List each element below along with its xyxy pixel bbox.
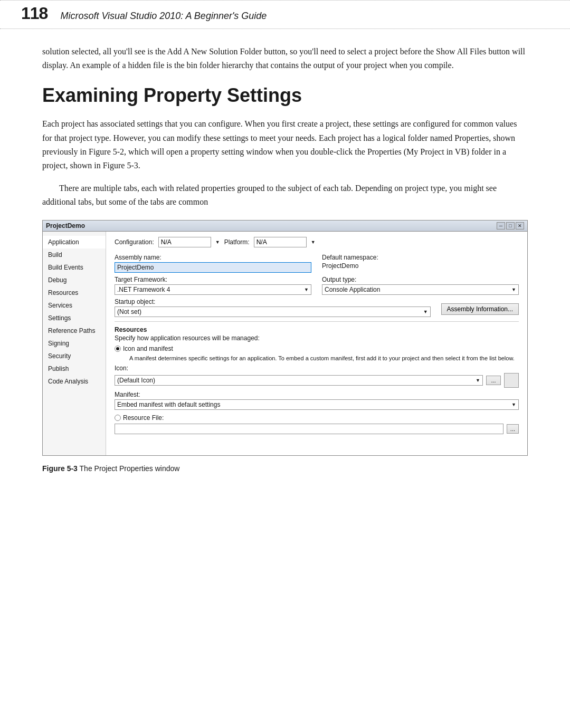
startup-object-select[interactable]: (Not set) ▼ <box>115 306 431 317</box>
vs-window: ProjectDemo ─ □ ✕ Application Build Buil… <box>42 220 528 456</box>
figure-label: Figure 5-3 <box>42 464 78 473</box>
intro-paragraph: solution selected, all you'll see is the… <box>42 45 528 72</box>
assembly-info-button[interactable]: Assembly Information... <box>441 303 519 315</box>
configuration-label: Configuration: <box>115 238 154 246</box>
target-framework-select[interactable]: .NET Framework 4 ▼ <box>115 284 311 295</box>
resource-file-row: ... <box>115 424 519 434</box>
framework-output-row: Target Framework: .NET Framework 4 ▼ Out… <box>115 276 519 295</box>
sidebar-item-application[interactable]: Application <box>43 236 106 248</box>
manifest-note: A manifest determines specific settings … <box>115 355 519 362</box>
platform-dropdown-arrow[interactable]: ▼ <box>311 240 316 245</box>
radio-resource-file-label: Resource File: <box>123 414 164 422</box>
configuration-input[interactable] <box>158 237 211 247</box>
output-type-select[interactable]: Console Application ▼ <box>322 284 519 295</box>
platform-input[interactable] <box>254 237 307 247</box>
figure-text: The Project Properties window <box>80 464 180 473</box>
startup-row: Startup object: (Not set) ▼ Assembly Inf… <box>115 298 519 317</box>
manifest-select-value: Embed manifest with default settings <box>117 401 220 408</box>
icon-label-row: Icon: (Default Icon) ▼ ... <box>115 365 519 388</box>
sidebar-item-security[interactable]: Security <box>43 350 106 362</box>
manifest-select-arrow: ▼ <box>511 402 516 407</box>
output-type-arrow: ▼ <box>511 287 516 292</box>
icon-browse-button[interactable]: ... <box>486 376 501 385</box>
output-type-label: Output type: <box>322 276 519 283</box>
sidebar-item-signing[interactable]: Signing <box>43 337 106 350</box>
sidebar-item-publish[interactable]: Publish <box>43 362 106 375</box>
icon-select-arrow: ▼ <box>476 378 480 383</box>
body-paragraph-2: There are multiple tabs, each with relat… <box>42 181 528 209</box>
sidebar-item-resources[interactable]: Resources <box>43 286 106 299</box>
page-number: 118 <box>21 4 48 23</box>
config-bar: Configuration: ▼ Platform: ▼ <box>115 237 519 247</box>
sidebar-item-build[interactable]: Build <box>43 248 106 261</box>
assembly-name-col: Assembly name: <box>115 254 311 273</box>
vs-titlebar-controls: ─ □ ✕ <box>497 222 524 229</box>
startup-object-value: (Not set) <box>117 308 141 315</box>
sidebar-item-code-analysis[interactable]: Code Analysis <box>43 375 106 388</box>
sidebar-item-debug[interactable]: Debug <box>43 274 106 286</box>
config-dropdown-arrow[interactable]: ▼ <box>215 240 220 245</box>
vs-main-panel: Configuration: ▼ Platform: ▼ Assembly na… <box>106 232 527 455</box>
vs-window-body: Application Build Build Events Debug Res… <box>43 232 527 455</box>
vs-titlebar: ProjectDemo ─ □ ✕ <box>43 221 527 232</box>
icon-label: Icon: <box>115 365 519 372</box>
manifest-label: Manifest: <box>115 391 519 398</box>
page-title-header: Microsoft Visual Studio 2010: A Beginner… <box>60 11 267 22</box>
target-framework-label: Target Framework: <box>115 276 311 283</box>
startup-object-col: Startup object: (Not set) ▼ <box>115 298 431 317</box>
resource-file-browse-button[interactable]: ... <box>507 424 519 434</box>
icon-preview <box>504 373 519 388</box>
close-button[interactable]: ✕ <box>516 222 524 229</box>
page-header: 118 Microsoft Visual Studio 2010: A Begi… <box>0 0 570 29</box>
default-namespace-value: ProjectDemo <box>322 262 519 270</box>
output-type-col: Output type: Console Application ▼ <box>322 276 519 295</box>
sidebar-item-reference-paths[interactable]: Reference Paths <box>43 324 106 337</box>
resource-file-input[interactable] <box>115 424 504 434</box>
startup-object-label: Startup object: <box>115 298 431 305</box>
icon-select[interactable]: (Default Icon) ▼ <box>115 375 483 386</box>
assembly-namespace-row: Assembly name: Default namespace: Projec… <box>115 254 519 273</box>
content-area: solution selected, all you'll see is the… <box>0 29 570 494</box>
default-namespace-col: Default namespace: ProjectDemo <box>322 254 519 273</box>
section-heading: Examining Property Settings <box>42 84 528 107</box>
divider-1 <box>115 321 519 322</box>
icon-row: (Default Icon) ▼ ... <box>115 373 519 388</box>
radio-resource-file[interactable] <box>115 415 121 421</box>
assembly-info-col: Assembly Information... <box>441 303 519 317</box>
target-framework-value: .NET Framework 4 <box>117 286 170 293</box>
radio-icon-manifest-label: Icon and manifest <box>123 345 173 352</box>
sidebar-item-build-events[interactable]: Build Events <box>43 261 106 274</box>
target-framework-arrow: ▼ <box>304 287 309 292</box>
sidebar-item-settings[interactable]: Settings <box>43 312 106 324</box>
assembly-name-input[interactable] <box>115 262 311 273</box>
sidebar-item-services[interactable]: Services <box>43 299 106 312</box>
icon-select-value: (Default Icon) <box>117 377 155 384</box>
vs-window-title: ProjectDemo <box>46 222 85 229</box>
startup-object-arrow: ▼ <box>423 309 428 314</box>
radio-icon-manifest-row: Icon and manifest <box>115 345 519 352</box>
minimize-button[interactable]: ─ <box>497 222 505 229</box>
manifest-row: Manifest: Embed manifest with default se… <box>115 391 519 410</box>
radio-icon-manifest[interactable] <box>115 346 121 352</box>
output-type-value: Console Application <box>325 286 380 293</box>
body-paragraph-1: Each project has associated settings tha… <box>42 117 528 173</box>
default-namespace-label: Default namespace: <box>322 254 519 261</box>
radio-resource-file-row: Resource File: <box>115 414 519 422</box>
platform-label: Platform: <box>224 238 250 246</box>
manifest-select[interactable]: Embed manifest with default settings ▼ <box>115 399 519 410</box>
vs-sidebar: Application Build Build Events Debug Res… <box>43 232 106 455</box>
assembly-name-label: Assembly name: <box>115 254 311 261</box>
restore-button[interactable]: □ <box>506 222 515 229</box>
target-framework-col: Target Framework: .NET Framework 4 ▼ <box>115 276 311 295</box>
resources-section-desc: Specify how application resources will b… <box>115 334 519 342</box>
resources-section-title: Resources <box>115 326 519 333</box>
figure-caption: Figure 5-3 The Project Properties window <box>42 464 528 473</box>
